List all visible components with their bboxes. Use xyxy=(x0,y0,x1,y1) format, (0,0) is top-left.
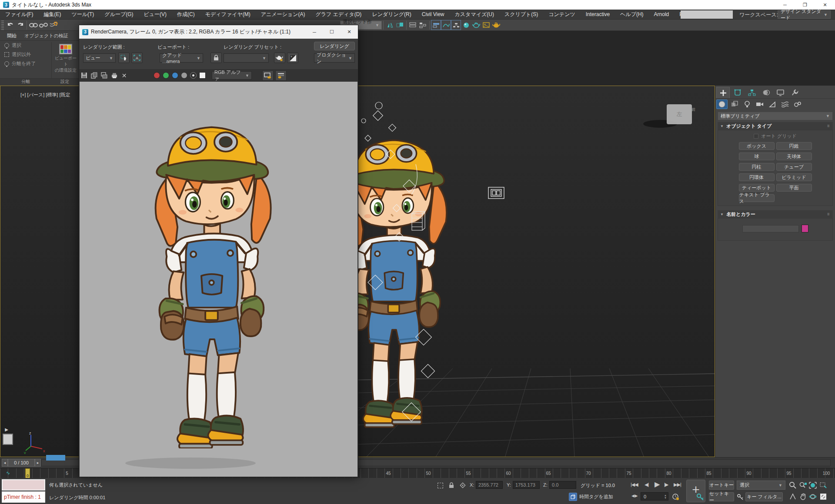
maximize-viewport-icon[interactable] xyxy=(818,492,828,501)
menu-views[interactable]: ビュー(V) xyxy=(139,10,172,20)
autogrid-checkbox[interactable] xyxy=(754,134,758,139)
menu-tools[interactable]: ツール(T) xyxy=(66,10,99,20)
production-preset-dropdown[interactable]: プロダクション▼ xyxy=(314,53,355,63)
toolbar-grip[interactable] xyxy=(1,20,4,30)
key-mode-toggle[interactable]: ◀ ▶ xyxy=(631,494,637,498)
unlink-icon[interactable] xyxy=(38,20,48,30)
clone-window-icon[interactable] xyxy=(99,70,109,80)
menu-scripting[interactable]: スクリプト(S) xyxy=(499,10,543,20)
prev-frame-button[interactable]: ◂ xyxy=(2,459,8,467)
time-slider[interactable]: ◂ 0 / 100 ▸ xyxy=(2,459,41,467)
edit-region-icon[interactable] xyxy=(118,53,130,63)
layer-manager-icon[interactable] xyxy=(408,20,418,30)
material-editor-icon[interactable] xyxy=(461,20,471,30)
button-cone[interactable]: 円錐 xyxy=(776,142,812,150)
button-cylinder[interactable]: 円柱 xyxy=(739,163,775,171)
render-viewport-dropdown[interactable]: クアッド ...amera▼ xyxy=(160,53,203,63)
ribbon-tab-start[interactable]: 開始 xyxy=(7,33,17,39)
lock-viewport-icon[interactable] xyxy=(210,53,222,63)
align-icon[interactable] xyxy=(395,20,405,30)
menu-help[interactable]: ヘルプ(H) xyxy=(615,10,649,20)
menu-rendering[interactable]: レンダリング(R) xyxy=(367,10,416,20)
object-color-swatch[interactable] xyxy=(802,225,808,232)
render-production-icon[interactable] xyxy=(491,20,501,30)
select-link-icon[interactable] xyxy=(28,20,38,30)
subtab-spacewarps[interactable] xyxy=(779,99,791,109)
maxscript-mini-listener[interactable] xyxy=(2,479,45,491)
menu-graph-editors[interactable]: グラフ エディタ(D) xyxy=(310,10,367,20)
time-config-icon[interactable] xyxy=(671,492,680,501)
rollout-object-type[interactable]: ▼オブジェクト タイプ ⠿ xyxy=(718,122,833,130)
key-icon[interactable] xyxy=(736,493,745,501)
button-sphere[interactable]: 球 xyxy=(739,153,775,160)
render-area-dropdown[interactable]: ビュー▼ xyxy=(83,53,116,63)
zoom-extents-icon[interactable] xyxy=(808,481,818,490)
zoom-region-icon[interactable] xyxy=(818,481,828,490)
render-setup-button[interactable] xyxy=(274,53,285,63)
button-tube[interactable]: チューブ xyxy=(776,163,812,171)
blue-channel-icon[interactable] xyxy=(172,72,178,79)
subtab-cameras[interactable] xyxy=(754,99,765,109)
selection-lock-region-icon[interactable] xyxy=(436,481,444,490)
ribbon-tab-object-check[interactable]: オブジェクトの検証 xyxy=(24,33,68,39)
transform-gizmo-icon[interactable] xyxy=(458,481,467,490)
tab-create[interactable] xyxy=(716,87,730,98)
viewport-layout-tab[interactable] xyxy=(3,434,13,445)
curve-icon[interactable]: ∿ xyxy=(6,470,10,476)
red-channel-icon[interactable] xyxy=(154,72,160,79)
ribbon-toggle-icon[interactable] xyxy=(431,20,441,30)
render-window-title-bar[interactable]: 3 RenderCamera, フレーム 0, ガンマ表示 : 2.2, RGB… xyxy=(79,25,358,39)
pan-hand-icon[interactable] xyxy=(798,492,808,501)
button-plane[interactable]: 平面 xyxy=(776,184,812,192)
button-geosphere[interactable]: 天球体 xyxy=(776,153,812,160)
redo-icon[interactable] xyxy=(15,20,25,30)
menu-file[interactable]: ファイル(F) xyxy=(0,10,38,20)
expand-panel-arrow[interactable]: ▶ xyxy=(3,426,10,433)
rollout-name-color[interactable]: ▼名前とカラー ⠿ xyxy=(718,210,833,218)
menu-civil-view[interactable]: Civil View xyxy=(417,10,450,20)
menu-modifiers[interactable]: モディファイヤ(M) xyxy=(200,10,256,20)
layers-dialog-icon[interactable] xyxy=(262,70,274,81)
subtab-shapes[interactable] xyxy=(729,99,740,109)
ribbon-item-viewport-config[interactable]: ビューポート の環境設定 xyxy=(53,44,78,73)
render-setup-icon[interactable] xyxy=(471,20,481,30)
auto-key-button[interactable]: オートキー xyxy=(709,481,734,490)
maxscript-output[interactable]: pTimer finish : 1 xyxy=(2,491,45,503)
render-maximize-button[interactable]: ☐ xyxy=(323,25,341,39)
button-pyramid[interactable]: ピラミッド xyxy=(776,173,812,181)
copy-image-icon[interactable] xyxy=(89,70,99,80)
lock-selection-icon[interactable] xyxy=(447,481,456,490)
menu-content[interactable]: コンテンツ xyxy=(543,10,580,20)
prev-frame-button2[interactable]: ◀| xyxy=(645,482,648,487)
viewcube[interactable]: 左 xyxy=(667,104,692,124)
play-button[interactable]: ▶ xyxy=(655,480,659,488)
go-end-button[interactable]: ▶▶| xyxy=(674,482,681,487)
wireframe-box-helper[interactable] xyxy=(487,184,508,201)
auto-region-icon[interactable]: A xyxy=(131,53,143,63)
z-coordinate-field[interactable]: 0.0 xyxy=(549,481,576,489)
mirror-icon[interactable] xyxy=(385,20,395,30)
save-image-icon[interactable] xyxy=(79,70,89,80)
tab-modify[interactable] xyxy=(731,87,744,98)
channel-display-dropdown[interactable]: RGB アルファ▼ xyxy=(212,71,252,80)
add-time-tag[interactable]: 時間タグを追加 xyxy=(569,493,613,501)
workspace-dropdown[interactable]: デザイン スタンダード▼ xyxy=(778,10,831,19)
zoom-all-icon[interactable] xyxy=(798,481,808,490)
exposure-control-button[interactable]: + xyxy=(287,53,298,63)
set-key-button[interactable]: セットキー xyxy=(709,492,734,501)
subtab-helpers[interactable] xyxy=(767,99,778,109)
zoom-icon[interactable] xyxy=(788,481,798,490)
menu-create[interactable]: 作成(C) xyxy=(172,10,200,20)
clear-image-icon[interactable]: ✕ xyxy=(119,70,129,80)
menu-group[interactable]: グループ(G) xyxy=(99,10,138,20)
wireframe-box-helper-2[interactable] xyxy=(409,211,427,234)
next-frame-button2[interactable]: |▶ xyxy=(664,482,668,487)
menu-arnold[interactable]: Arnold xyxy=(649,10,675,20)
mono-channel-icon[interactable] xyxy=(181,72,187,79)
category-dropdown[interactable]: 標準プリミティブ▼ xyxy=(718,112,833,120)
menu-animation[interactable]: アニメーション(A) xyxy=(256,10,311,20)
button-torus[interactable]: 円環体 xyxy=(739,173,775,181)
time-marker[interactable]: 0 xyxy=(25,468,30,478)
tab-hierarchy[interactable] xyxy=(745,87,758,98)
menu-interactive[interactable]: Interactive xyxy=(581,10,615,20)
